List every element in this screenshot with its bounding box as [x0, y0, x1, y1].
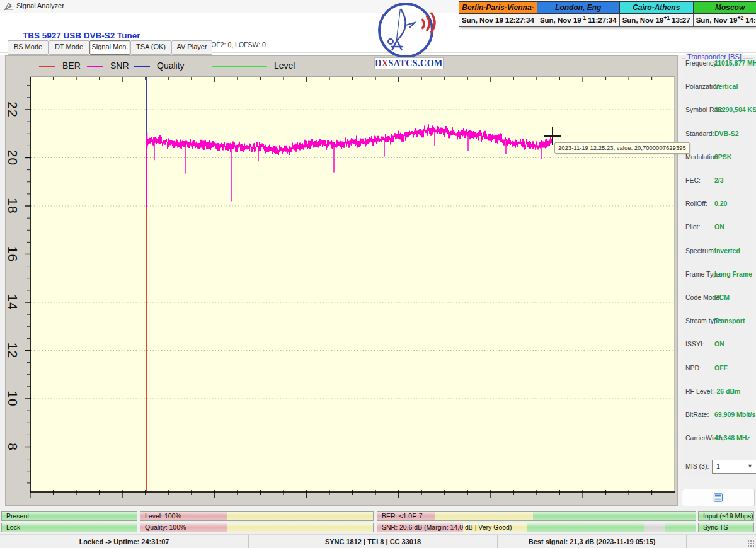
- legend-line-swatch: [39, 66, 55, 67]
- transponder-row-value: CCM: [714, 294, 730, 301]
- transponder-row-value: 2/3: [714, 176, 724, 184]
- transponder-row: FEC:2/3: [685, 176, 751, 186]
- transponder-row: Polarization:Vertical: [685, 83, 751, 92]
- transponder-row-value: -26 dBm: [714, 387, 740, 395]
- signal-analyzer-window: Signal Analyzer TBS 5927 USB DVB-S2 Tune…: [0, 0, 756, 548]
- transponder-row: RF Level:-26 dBm: [685, 387, 751, 397]
- transponder-row: RollOff:0.20: [685, 200, 751, 209]
- legend-line-swatch: [212, 66, 267, 67]
- transponder-row-value: Transport: [714, 317, 745, 324]
- mis-select[interactable]: 1 ▼: [712, 460, 756, 474]
- level-bar: Level: 100%: [140, 511, 374, 521]
- y-axis-label: 22: [6, 101, 20, 117]
- transponder-row-value: Long Frame: [714, 270, 752, 278]
- transponder-row-value: 69,909 Mbit/s: [714, 411, 755, 418]
- ber-bar: BER: <1.0E-7: [377, 511, 696, 521]
- transponder-row-label: FEC:: [685, 176, 701, 184]
- transponder-row: Frequency:11015,877 MHz: [685, 59, 751, 69]
- status-bar: Locked -> Uptime: 24:31:07 SYNC 1812 | T…: [0, 534, 756, 548]
- legend-line-swatch: [87, 66, 103, 67]
- mis-selected-value: 1: [716, 462, 720, 470]
- transponder-row-label: Pilot:: [685, 223, 700, 231]
- transponder-row: BitRate:69,909 Mbit/s: [685, 411, 751, 420]
- transponder-row: Spectrum:Inverted: [685, 247, 751, 256]
- transponder-row-value: ON: [714, 340, 724, 348]
- transponder-panel-title: Transponder [BS]: [685, 53, 743, 60]
- y-axis-label: 16: [6, 246, 20, 262]
- disk-icon: [713, 493, 723, 502]
- legend-label: SNR: [110, 60, 129, 71]
- ts-capture-button[interactable]: [682, 489, 755, 506]
- transponder-row-value: OFF: [714, 364, 728, 372]
- transponder-row-value: 8PSK: [714, 153, 731, 161]
- transponder-row: NPD:OFF: [685, 364, 751, 374]
- y-axis-label: 8: [6, 443, 20, 451]
- clock-value: Sun, Nov 19+214:27: [693, 14, 756, 27]
- chevron-down-icon: ▼: [747, 460, 753, 472]
- signal-chart[interactable]: 810121416182022: [0, 0, 680, 511]
- transponder-row-value: ON: [714, 223, 724, 231]
- transponder-row-label: ISSYI:: [685, 340, 704, 348]
- legend-label: Quality: [157, 60, 185, 71]
- transponder-row-label: BitRate:: [685, 411, 709, 418]
- sync-ts-bar: Sync TS: [698, 523, 754, 532]
- legend-label: BER: [62, 60, 81, 71]
- resize-grip-icon[interactable]: [747, 540, 755, 547]
- transponder-row-value: Vertical: [714, 83, 738, 90]
- dxsatcs-logo: DXSATCS.COM: [373, 1, 445, 72]
- satellite-dish-logo-icon: [373, 1, 441, 59]
- transponder-row-value: DVB-S2: [714, 130, 739, 137]
- transponder-row-value: 42,348 MHz: [714, 434, 750, 442]
- legend-label: Level: [274, 60, 295, 71]
- status-spacer: [687, 535, 756, 548]
- y-axis-label: 18: [6, 198, 20, 214]
- transponder-row-value: Inverted: [714, 247, 740, 254]
- y-axis-label: 10: [6, 391, 20, 406]
- transponder-row-label: NPD:: [685, 364, 701, 372]
- input-bar: Input (~19 Mbps): [698, 511, 754, 521]
- transponder-row-value: 0.20: [714, 200, 727, 207]
- transponder-row-value: 35290,504 KS/s: [714, 106, 756, 113]
- transponder-row-label: Standard:: [685, 130, 714, 137]
- transponder-row-label: RF Level:: [685, 387, 714, 395]
- snr-bar: SNR: 20,6 dB (Margin: 14,0 dB | Very Goo…: [377, 523, 696, 532]
- transponder-row-label: Spectrum:: [685, 247, 716, 254]
- transponder-row: Code Mode:CCM: [685, 294, 751, 303]
- status-uptime: Locked -> Uptime: 24:31:07: [0, 535, 249, 548]
- status-sync: SYNC 1812 | TEI 8 | CC 33018: [249, 535, 498, 548]
- y-axis-label: 14: [6, 294, 20, 310]
- transponder-row: Frame Type:Long Frame: [685, 270, 751, 280]
- present-indicator: Present: [1, 511, 137, 521]
- y-axis-label: 20: [6, 150, 20, 166]
- transponder-row: Modulation:8PSK: [685, 153, 751, 163]
- clock-utc-offset: +2: [737, 11, 745, 24]
- quality-bar: Quality: 100%: [140, 523, 374, 532]
- transponder-row: Standard:DVB-S2: [685, 130, 751, 139]
- status-best-signal: Best signal: 21,3 dB (2023-11-19 05:15): [498, 535, 687, 548]
- mis-label: MIS (3):: [685, 462, 709, 470]
- logo-text: DXSATCS.COM: [374, 57, 444, 69]
- lock-indicator: Lock: [1, 523, 137, 532]
- transponder-row: Stream type:Transport: [685, 317, 751, 326]
- clock-date: Sun, Nov 19: [696, 14, 738, 26]
- transponder-row: ISSYI:ON: [685, 340, 751, 350]
- legend-line-swatch: [134, 66, 150, 67]
- transponder-row-label: RollOff:: [685, 200, 707, 207]
- clock-time: 14:27: [745, 14, 756, 26]
- transponder-row: Symbol Rate:35290,504 KS/s: [685, 106, 751, 115]
- y-axis-label: 12: [6, 343, 20, 358]
- chart-tooltip: 2023-11-19 12.25.23, value: 20,700000762…: [554, 142, 690, 154]
- clock-city-header: Moscow: [693, 1, 756, 14]
- transponder-row: CarrierWidth:42,348 MHz: [685, 434, 751, 443]
- transponder-row: Pilot:ON: [685, 223, 751, 232]
